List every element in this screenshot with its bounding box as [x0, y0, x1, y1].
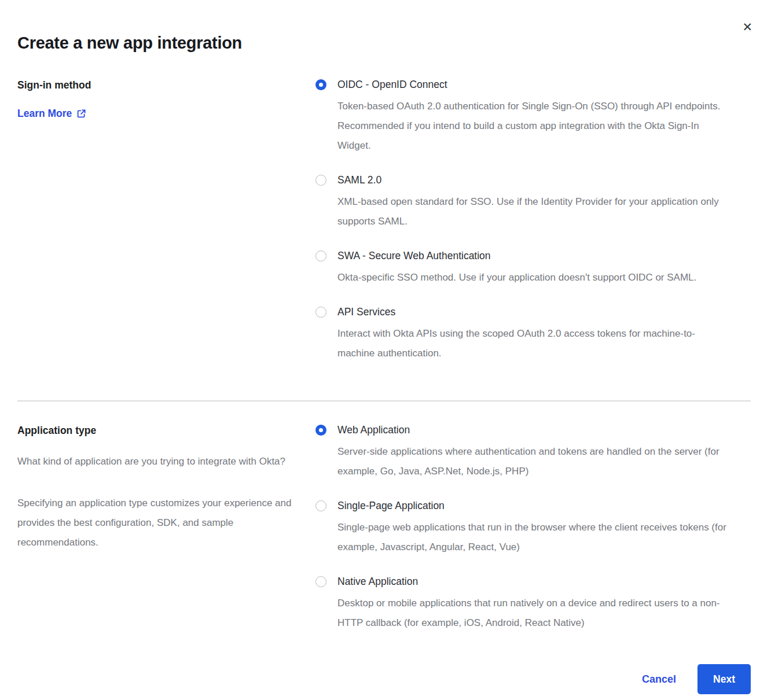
radio-option-description: Interact with Okta APIs using the scoped…: [337, 324, 729, 363]
radio-option-label: OIDC - OpenID Connect: [337, 78, 729, 91]
radio-option-description: Token-based OAuth 2.0 authentication for…: [337, 97, 729, 156]
radio-option-label: Web Application: [337, 423, 729, 437]
page-title: Create a new app integration: [17, 0, 751, 53]
radio-option[interactable]: SWA - Secure Web Authentication Okta-spe…: [315, 249, 729, 288]
radio-option[interactable]: Single-Page Application Single-page web …: [315, 499, 729, 557]
sign-in-method-label: Sign-in method: [17, 79, 315, 91]
dialog-footer: Cancel Next: [17, 664, 751, 694]
create-app-integration-dialog: ✕ Create a new app integration Sign-in m…: [0, 0, 771, 700]
application-type-label: Application type: [17, 424, 315, 437]
radio-button-icon[interactable]: [315, 250, 326, 261]
radio-option-description: Server-side applications where authentic…: [337, 442, 729, 481]
application-type-section: Application type What kind of applicatio…: [17, 423, 751, 633]
radio-button-icon[interactable]: [315, 576, 326, 587]
radio-option[interactable]: API Services Interact with Okta APIs usi…: [315, 305, 729, 363]
radio-option-description: Single-page web applications that run in…: [337, 518, 729, 557]
sign-in-method-options: OIDC - OpenID Connect Token-based OAuth …: [315, 78, 729, 363]
section-divider: [17, 400, 751, 401]
application-type-note: Specifying an application type customize…: [17, 493, 295, 552]
radio-button-icon[interactable]: [315, 307, 326, 318]
radio-button-icon[interactable]: [315, 175, 326, 186]
close-icon[interactable]: ✕: [742, 21, 752, 33]
radio-button-icon[interactable]: [315, 500, 326, 511]
radio-option-label: SWA - Secure Web Authentication: [337, 249, 696, 263]
application-type-options: Web Application Server-side applications…: [315, 423, 729, 633]
application-type-question: What kind of application are you trying …: [17, 452, 295, 471]
radio-option-label: API Services: [337, 305, 729, 319]
learn-more-link[interactable]: Learn More: [17, 108, 86, 120]
radio-option-label: Single-Page Application: [337, 499, 729, 513]
radio-button-icon[interactable]: [315, 79, 326, 90]
radio-option-description: Okta-specific SSO method. Use if your ap…: [337, 268, 696, 288]
radio-option-label: SAML 2.0: [337, 174, 729, 187]
learn-more-label: Learn More: [17, 108, 72, 120]
radio-option-description: XML-based open standard for SSO. Use if …: [337, 192, 729, 231]
sign-in-method-section: Sign-in method Learn More OIDC - OpenID …: [17, 78, 751, 363]
cancel-button[interactable]: Cancel: [642, 673, 676, 686]
radio-option-label: Native Application: [337, 575, 729, 588]
radio-option[interactable]: OIDC - OpenID Connect Token-based OAuth …: [315, 78, 729, 156]
radio-option[interactable]: Native Application Desktop or mobile app…: [315, 575, 729, 633]
external-link-icon: [76, 109, 86, 119]
radio-option-description: Desktop or mobile applications that run …: [337, 594, 729, 633]
radio-button-icon[interactable]: [315, 425, 326, 436]
radio-option[interactable]: Web Application Server-side applications…: [315, 423, 729, 481]
radio-option[interactable]: SAML 2.0 XML-based open standard for SSO…: [315, 174, 729, 231]
next-button[interactable]: Next: [697, 664, 751, 694]
